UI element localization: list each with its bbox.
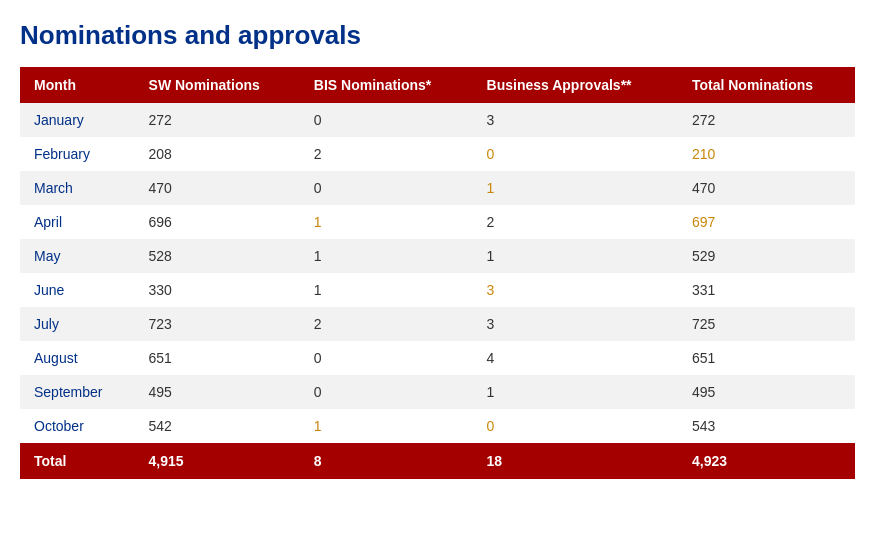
table-row: October54210543 [20,409,855,443]
cell-ba: 0 [473,409,678,443]
footer-total: 4,923 [678,443,855,479]
cell-bis: 0 [300,103,473,137]
cell-month: May [20,239,135,273]
cell-bis: 1 [300,239,473,273]
footer-ba: 18 [473,443,678,479]
table-header-row: Month SW Nominations BIS Nominations* Bu… [20,67,855,103]
cell-month: January [20,103,135,137]
cell-bis: 2 [300,137,473,171]
table-row: March47001470 [20,171,855,205]
cell-bis: 0 [300,341,473,375]
cell-ba: 1 [473,239,678,273]
cell-bis: 1 [300,409,473,443]
footer-bis: 8 [300,443,473,479]
footer-label: Total [20,443,135,479]
cell-total: 331 [678,273,855,307]
table-row: April69612697 [20,205,855,239]
table-row: September49501495 [20,375,855,409]
cell-month: February [20,137,135,171]
cell-sw: 542 [135,409,300,443]
table-row: July72323725 [20,307,855,341]
cell-ba: 1 [473,171,678,205]
cell-ba: 4 [473,341,678,375]
cell-month: October [20,409,135,443]
cell-bis: 1 [300,273,473,307]
cell-sw: 272 [135,103,300,137]
cell-sw: 528 [135,239,300,273]
cell-sw: 651 [135,341,300,375]
col-header-sw: SW Nominations [135,67,300,103]
cell-month: June [20,273,135,307]
cell-month: March [20,171,135,205]
cell-month: September [20,375,135,409]
cell-ba: 1 [473,375,678,409]
cell-total: 543 [678,409,855,443]
footer-sw: 4,915 [135,443,300,479]
cell-total: 697 [678,205,855,239]
cell-ba: 3 [473,307,678,341]
cell-bis: 2 [300,307,473,341]
table-row: February20820210 [20,137,855,171]
cell-total: 470 [678,171,855,205]
table-footer-row: Total 4,915 8 18 4,923 [20,443,855,479]
cell-total: 725 [678,307,855,341]
col-header-month: Month [20,67,135,103]
nominations-table: Month SW Nominations BIS Nominations* Bu… [20,67,855,479]
table-row: January27203272 [20,103,855,137]
col-header-bis: BIS Nominations* [300,67,473,103]
cell-month: April [20,205,135,239]
cell-total: 272 [678,103,855,137]
cell-sw: 330 [135,273,300,307]
cell-bis: 0 [300,171,473,205]
cell-ba: 3 [473,103,678,137]
table-row: August65104651 [20,341,855,375]
table-row: May52811529 [20,239,855,273]
cell-month: July [20,307,135,341]
cell-total: 210 [678,137,855,171]
cell-sw: 696 [135,205,300,239]
cell-bis: 0 [300,375,473,409]
cell-ba: 2 [473,205,678,239]
cell-ba: 0 [473,137,678,171]
table-row: June33013331 [20,273,855,307]
cell-total: 651 [678,341,855,375]
cell-sw: 723 [135,307,300,341]
page-title: Nominations and approvals [20,20,855,51]
cell-bis: 1 [300,205,473,239]
col-header-total: Total Nominations [678,67,855,103]
cell-sw: 208 [135,137,300,171]
cell-sw: 495 [135,375,300,409]
cell-ba: 3 [473,273,678,307]
cell-total: 529 [678,239,855,273]
cell-total: 495 [678,375,855,409]
col-header-ba: Business Approvals** [473,67,678,103]
cell-sw: 470 [135,171,300,205]
cell-month: August [20,341,135,375]
